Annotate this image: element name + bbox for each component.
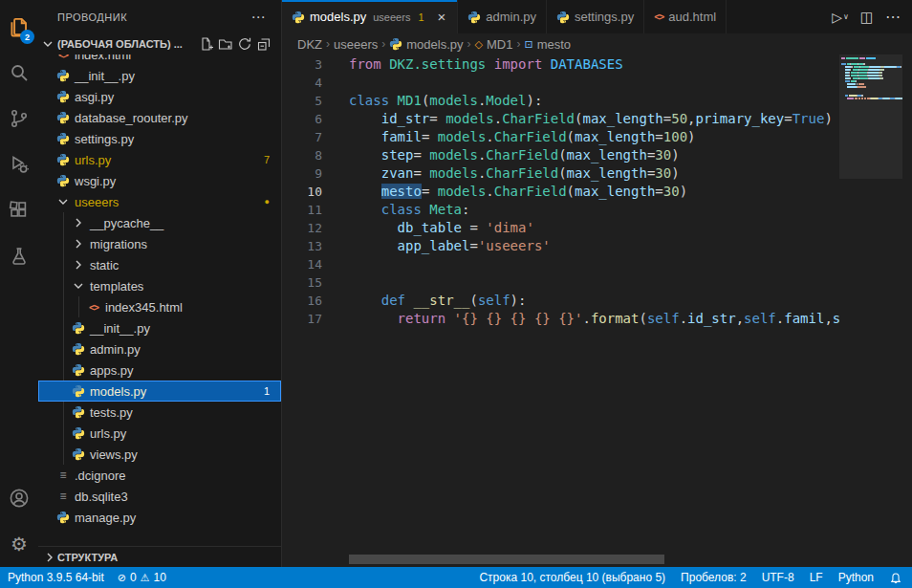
tree-file-settings.py[interactable]: settings.py: [38, 128, 281, 149]
tree-item-label: settings.py: [75, 132, 134, 146]
tab-settings.py[interactable]: settings.py: [547, 0, 644, 33]
testing-activity-button[interactable]: [0, 233, 38, 279]
run-debug-activity-button[interactable]: [0, 142, 38, 187]
notifications-bell[interactable]: [889, 571, 902, 584]
breadcrumb-item-mesto[interactable]: ⊡mesto: [524, 37, 571, 52]
symbol-class-icon: ◇: [475, 38, 483, 51]
new-folder-icon[interactable]: [218, 36, 233, 52]
tree-folder-migrations[interactable]: migrations: [38, 233, 281, 254]
tree-item-label: wsgi.py: [75, 174, 116, 188]
tree-file-manage.py[interactable]: manage.py: [38, 507, 281, 528]
settings-activity-button[interactable]: ⚙: [0, 521, 38, 567]
source-control-icon: [8, 107, 31, 130]
breadcrumb-item-MD1[interactable]: ◇MD1: [475, 37, 513, 52]
outline-section-header[interactable]: СТРУКТУРА: [38, 546, 281, 567]
tree-file-db.sqlite3[interactable]: ≡db.sqlite3: [38, 486, 281, 507]
chevron-down-icon: ∨: [843, 12, 849, 21]
tab-admin.py[interactable]: admin.py: [458, 0, 547, 33]
line-number: 17: [282, 310, 322, 328]
code-line-4[interactable]: 4: [282, 74, 839, 92]
code-line-9[interactable]: 9 zvan= models.CharField(max_length=30): [282, 164, 839, 183]
code-line-15[interactable]: 15: [282, 273, 839, 292]
split-editor-icon[interactable]: ◫: [860, 9, 874, 26]
tree-folder-static[interactable]: static: [38, 254, 281, 275]
python-file-icon: [71, 321, 86, 335]
language-mode-status[interactable]: Python: [838, 571, 874, 584]
line-number: 13: [282, 237, 322, 255]
problems-badge: ●: [265, 197, 270, 207]
cursor-position-status[interactable]: Строка 10, столбец 10 (выбрано 5): [479, 571, 665, 584]
line-number: 4: [282, 74, 322, 92]
tabs: models.pyuseeers1×admin.pysettings.py<>a…: [282, 0, 727, 33]
tab-problems-badge: 1: [418, 11, 423, 23]
tree-file-__init__.py[interactable]: __init__.py: [38, 65, 281, 86]
tree-file-models.py[interactable]: models.py1: [38, 381, 281, 402]
run-button[interactable]: ▷ ∨: [832, 10, 849, 25]
tree-file-asgi.py[interactable]: asgi.py: [38, 86, 281, 107]
code-line-10[interactable]: 10 mesto= models.CharField(max_length=30…: [282, 183, 839, 201]
horizontal-scrollbar[interactable]: [349, 555, 664, 564]
chevron-down-icon: [71, 278, 86, 294]
refresh-icon[interactable]: [237, 36, 252, 52]
account-activity-button[interactable]: [0, 475, 38, 521]
python-interpreter-status[interactable]: Python 3.9.5 64-bit: [8, 571, 104, 584]
breadcrumb-item-DKZ[interactable]: DKZ: [297, 37, 322, 52]
tab-aud.html[interactable]: <>aud.html: [644, 0, 727, 33]
more-actions-icon[interactable]: ⋯: [244, 9, 274, 26]
breadcrumb-item-models.py[interactable]: models.py: [389, 37, 463, 52]
source-control-activity-button[interactable]: [0, 96, 38, 142]
code-line-3[interactable]: 3from DKZ.settings import DATABASES: [282, 55, 839, 74]
more-actions-icon[interactable]: ⋯: [885, 8, 901, 26]
new-file-icon[interactable]: [199, 36, 214, 52]
tree-file-views.py[interactable]: views.py: [38, 444, 281, 465]
indentation-status[interactable]: Пробелов: 2: [681, 571, 747, 584]
tree-file-index345.html[interactable]: <>index345.html: [38, 296, 281, 317]
line-number: 15: [282, 273, 322, 292]
code-line-13[interactable]: 13 app_label='useeers': [282, 237, 839, 255]
code-line-5[interactable]: 5class MD1(models.Model):: [282, 92, 839, 110]
tab-models.py[interactable]: models.pyuseeers1×: [282, 0, 458, 33]
code-area[interactable]: 3from DKZ.settings import DATABASES45cla…: [282, 55, 839, 328]
workspace-header[interactable]: (РАБОЧАЯ ОБЛАСТЬ) ...: [38, 33, 281, 54]
minimap[interactable]: [839, 54, 902, 567]
tree-file-database_roouter.py[interactable]: database_roouter.py: [38, 107, 281, 128]
tree-file-wsgi.py[interactable]: wsgi.py: [38, 170, 281, 191]
encoding-status[interactable]: UTF-8: [762, 571, 794, 584]
tree-folder-templates[interactable]: templates: [38, 275, 281, 296]
tree-item-label: useeers: [75, 195, 119, 209]
tree-file-urls.py[interactable]: urls.py: [38, 423, 281, 444]
tree-file-urls.py[interactable]: urls.py7: [38, 149, 281, 170]
code-line-7[interactable]: 7 famil= models.CharField(max_length=100…: [282, 128, 839, 146]
collapse-all-icon[interactable]: [256, 36, 271, 52]
tree-folder-__pycache__[interactable]: __pycache__: [38, 212, 281, 233]
outline-label: СТРУКТУРА: [57, 552, 118, 563]
code-line-14[interactable]: 14: [282, 255, 839, 273]
tree-file-apps.py[interactable]: apps.py: [38, 359, 281, 381]
eol-status[interactable]: LF: [810, 571, 823, 584]
line-number: 5: [282, 92, 322, 110]
code-line-17[interactable]: 17 return '{} {} {} {} {}'.format(self.i…: [282, 310, 839, 328]
breadcrumb-item-useeers[interactable]: useeers: [334, 37, 378, 52]
code-text: step= models.CharField(max_length=30): [349, 146, 680, 164]
code-line-11[interactable]: 11 class Meta:: [282, 201, 839, 219]
sidebar: ПРОВОДНИК ⋯ (РАБОЧАЯ ОБЛАСТЬ) ...: [38, 0, 282, 567]
tree-folder-useeers[interactable]: useeers●: [38, 191, 281, 212]
code-line-8[interactable]: 8 step= models.CharField(max_length=30): [282, 146, 839, 164]
code-line-12[interactable]: 12 db_table = 'dima': [282, 219, 839, 237]
tree-file-__init__.py[interactable]: __init__.py: [38, 317, 281, 338]
chevron-right-icon: [42, 550, 57, 565]
tree-file-.dcignore[interactable]: ≡.dcignore: [38, 465, 281, 486]
line-number: 8: [282, 146, 322, 164]
tree-file-tests.py[interactable]: tests.py: [38, 402, 281, 423]
search-activity-button[interactable]: [0, 50, 38, 96]
chevron-right-icon: [71, 257, 86, 272]
tree-file-admin.py[interactable]: admin.py: [38, 338, 281, 359]
extensions-activity-button[interactable]: [0, 187, 38, 233]
code-line-16[interactable]: 16 def __str__(self):: [282, 292, 839, 310]
chevron-right-icon: [71, 236, 86, 251]
problems-status[interactable]: ⊘ 0 ⚠ 10: [118, 571, 166, 584]
close-icon[interactable]: ×: [436, 10, 448, 24]
explorer-activity-button[interactable]: 2: [0, 4, 38, 50]
code-line-6[interactable]: 6 id_str= models.CharField(max_length=50…: [282, 110, 839, 128]
tree-file-index.html[interactable]: <>index.html: [38, 54, 281, 65]
